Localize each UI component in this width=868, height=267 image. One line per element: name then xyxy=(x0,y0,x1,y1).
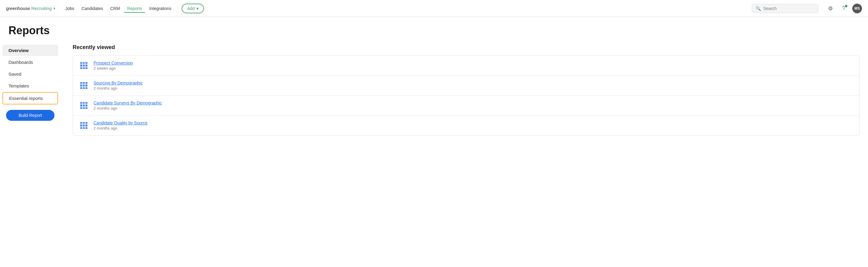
nav-crm[interactable]: CRM xyxy=(107,4,123,13)
table-row: Prospect Conversion 2 weeks ago xyxy=(73,56,859,76)
brand-chevron-icon: ▾ xyxy=(54,7,55,10)
report-name-1[interactable]: Sourcing By Demographic xyxy=(94,81,853,85)
add-button[interactable]: Add ▾ xyxy=(182,4,204,13)
brand-name-black: greenhouse xyxy=(6,6,30,11)
chevron-down-icon: ▾ xyxy=(196,6,198,11)
sidebar-item-templates[interactable]: Templates xyxy=(2,80,58,91)
search-icon: 🔍 xyxy=(756,6,761,11)
brand-name-green: Recruiting xyxy=(31,6,52,11)
report-name-2[interactable]: Candidate Surveys By Demographic xyxy=(94,100,853,105)
report-time-3: 2 months ago xyxy=(94,126,853,130)
nav-jobs[interactable]: Jobs xyxy=(62,4,78,13)
report-time-0: 2 weeks ago xyxy=(94,66,853,70)
table-row: Candidate Surveys By Demographic 2 month… xyxy=(73,96,859,116)
report-name-3[interactable]: Candidate Quality by Source xyxy=(94,120,853,125)
recently-viewed-title: Recently viewed xyxy=(73,44,860,51)
table-row: Candidate Quality by Source 2 months ago xyxy=(73,116,859,135)
report-info-2: Candidate Surveys By Demographic 2 month… xyxy=(94,100,853,111)
nav-integrations[interactable]: Integrations xyxy=(146,4,174,13)
report-info-3: Candidate Quality by Source 2 months ago xyxy=(94,120,853,130)
nav-links: Jobs Candidates CRM Reports Integrations xyxy=(62,4,175,13)
report-info-0: Prospect Conversion 2 weeks ago xyxy=(94,61,853,70)
table-row: Sourcing By Demographic 2 months ago xyxy=(73,76,859,96)
page-header: Reports xyxy=(0,17,868,40)
report-name-0[interactable]: Prospect Conversion xyxy=(94,61,853,65)
recently-viewed-list: Prospect Conversion 2 weeks ago Sourcing… xyxy=(73,55,860,136)
help-icon[interactable]: ? xyxy=(839,4,849,13)
report-grid-icon-3 xyxy=(79,121,89,130)
page-title: Reports xyxy=(8,24,860,37)
report-info-1: Sourcing By Demographic 2 months ago xyxy=(94,81,853,90)
search-bar[interactable]: 🔍 xyxy=(752,4,818,13)
topnav-icons: ⚙ ? MS xyxy=(826,4,862,13)
main-content: Recently viewed Prospect Conversion 2 we… xyxy=(64,40,868,139)
report-time-2: 2 months ago xyxy=(94,106,853,111)
nav-reports[interactable]: Reports xyxy=(124,4,145,13)
sidebar-item-saved[interactable]: Saved xyxy=(2,68,58,80)
report-grid-icon-2 xyxy=(79,101,89,111)
avatar[interactable]: MS xyxy=(852,4,862,13)
settings-icon[interactable]: ⚙ xyxy=(826,4,835,13)
report-grid-icon-1 xyxy=(79,81,89,90)
build-report-button[interactable]: Build Report xyxy=(6,110,55,121)
sidebar-item-essential-reports[interactable]: Essential reports xyxy=(2,92,58,105)
search-input[interactable] xyxy=(763,6,814,11)
top-navigation: greenhouse Recruiting ▾ Jobs Candidates … xyxy=(0,0,868,17)
sidebar: Overview Dashboards Saved Templates Esse… xyxy=(0,40,61,139)
brand-logo[interactable]: greenhouse Recruiting ▾ xyxy=(6,6,55,11)
nav-candidates[interactable]: Candidates xyxy=(79,4,106,13)
sidebar-item-overview[interactable]: Overview xyxy=(2,45,58,56)
report-time-1: 2 months ago xyxy=(94,86,853,90)
sidebar-item-dashboards[interactable]: Dashboards xyxy=(2,57,58,68)
page-body: Overview Dashboards Saved Templates Esse… xyxy=(0,40,868,139)
report-grid-icon-0 xyxy=(79,61,89,70)
